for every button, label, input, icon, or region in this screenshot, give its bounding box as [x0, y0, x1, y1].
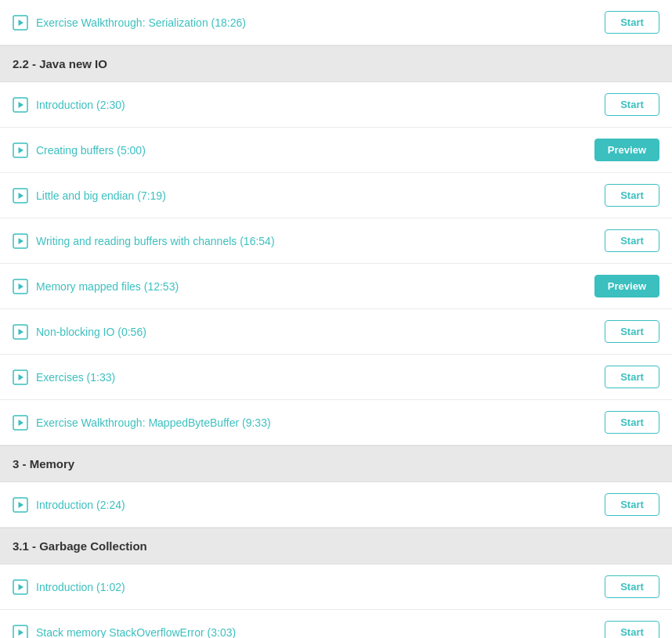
lesson-duration: (2:24) — [96, 499, 125, 511]
start-button[interactable]: Start — [605, 11, 659, 34]
play-icon — [13, 415, 28, 431]
lesson-left: Writing and reading buffers with channel… — [13, 233, 275, 249]
lesson-duration: (5:00) — [117, 144, 146, 157]
lesson-title: Introduction (1:02) — [36, 581, 125, 593]
lesson-title: Stack memory StackOverflowError (3:03) — [36, 626, 236, 639]
lesson-duration: (1:02) — [96, 581, 125, 593]
lesson-duration: (7:19) — [137, 189, 166, 202]
lesson-left: Memory mapped files (12:53) — [13, 279, 179, 294]
lesson-duration: (12:53) — [144, 280, 179, 293]
play-icon — [13, 497, 28, 513]
lesson-title: Exercises (1:33) — [36, 371, 115, 384]
start-button[interactable]: Start — [605, 493, 659, 516]
lesson-row: Introduction (2:30)Start — [0, 82, 672, 128]
play-icon — [13, 324, 28, 340]
lesson-title: Non-blocking IO (0:56) — [36, 326, 146, 338]
lesson-title: Exercise Walkthrough: MappedByteBuffer (… — [36, 416, 271, 429]
lesson-title: Little and big endian (7:19) — [36, 189, 166, 202]
lesson-duration: (1:33) — [87, 371, 116, 384]
lesson-title: Exercise Walkthrough: Serialization (18:… — [36, 16, 246, 29]
lesson-row: Memory mapped files (12:53)Preview — [0, 264, 672, 309]
lesson-title: Creating buffers (5:00) — [36, 144, 146, 157]
lesson-title: Writing and reading buffers with channel… — [36, 235, 275, 247]
lesson-row: Little and big endian (7:19)Start — [0, 173, 672, 218]
start-button[interactable]: Start — [605, 184, 659, 207]
section-header-3.1: 3.1 - Garbage Collection — [0, 528, 672, 564]
svg-marker-1 — [19, 20, 24, 26]
svg-marker-21 — [19, 584, 24, 590]
lesson-row: Stack memory StackOverflowError (3:03)St… — [0, 610, 672, 638]
lesson-left: Exercise Walkthrough: MappedByteBuffer (… — [13, 415, 271, 431]
lesson-title: Introduction (2:30) — [36, 99, 125, 111]
svg-marker-5 — [19, 147, 24, 153]
lesson-row: Creating buffers (5:00)Preview — [0, 128, 672, 173]
lesson-left: Introduction (2:30) — [13, 97, 125, 113]
preview-button[interactable]: Preview — [594, 139, 659, 161]
lesson-row: Introduction (1:02)Start — [0, 564, 672, 610]
lesson-left: Introduction (1:02) — [13, 579, 125, 595]
start-button[interactable]: Start — [605, 366, 659, 388]
start-button[interactable]: Start — [605, 411, 659, 434]
svg-marker-13 — [19, 329, 24, 335]
play-icon — [13, 369, 28, 385]
svg-marker-15 — [19, 374, 24, 380]
svg-marker-3 — [19, 102, 24, 108]
lesson-left: Introduction (2:24) — [13, 497, 125, 513]
lesson-row: Writing and reading buffers with channel… — [0, 218, 672, 264]
play-icon — [13, 579, 28, 595]
lesson-duration: (18:26) — [211, 16, 246, 29]
start-button[interactable]: Start — [605, 320, 659, 343]
lesson-left: Non-blocking IO (0:56) — [13, 324, 146, 340]
play-icon — [13, 233, 28, 249]
play-icon — [13, 97, 28, 113]
lesson-left: Exercises (1:33) — [13, 369, 115, 385]
lesson-duration: (9:33) — [242, 416, 271, 429]
svg-marker-11 — [19, 283, 24, 290]
lesson-title: Memory mapped files (12:53) — [36, 280, 179, 293]
lesson-left: Stack memory StackOverflowError (3:03) — [13, 625, 236, 639]
svg-marker-19 — [19, 502, 24, 508]
svg-marker-17 — [19, 420, 24, 426]
start-button[interactable]: Start — [605, 621, 659, 638]
play-icon — [13, 625, 28, 639]
lesson-row: Introduction (2:24)Start — [0, 482, 672, 528]
section-header-2.2: 2.2 - Java new IO — [0, 45, 672, 82]
play-icon — [13, 15, 28, 31]
lesson-duration: (3:03) — [208, 626, 237, 639]
lesson-title: Introduction (2:24) — [36, 499, 125, 511]
lesson-row: Exercise Walkthrough: MappedByteBuffer (… — [0, 400, 672, 445]
lesson-row: Non-blocking IO (0:56)Start — [0, 309, 672, 355]
lesson-left: Creating buffers (5:00) — [13, 142, 146, 158]
lesson-duration: (0:56) — [117, 326, 146, 338]
preview-button[interactable]: Preview — [594, 275, 659, 297]
lesson-left: Little and big endian (7:19) — [13, 188, 166, 204]
lesson-row: Exercise Walkthrough: Serialization (18:… — [0, 0, 672, 45]
svg-marker-23 — [19, 629, 24, 636]
lesson-left: Exercise Walkthrough: Serialization (18:… — [13, 15, 246, 31]
start-button[interactable]: Start — [605, 229, 659, 252]
lesson-row: Exercises (1:33)Start — [0, 355, 672, 400]
start-button[interactable]: Start — [605, 575, 659, 598]
course-list: Exercise Walkthrough: Serialization (18:… — [0, 0, 672, 638]
start-button[interactable]: Start — [605, 93, 659, 116]
lesson-duration: (2:30) — [96, 99, 125, 111]
svg-marker-7 — [19, 193, 24, 199]
section-header-3: 3 - Memory — [0, 445, 672, 482]
play-icon — [13, 142, 28, 158]
play-icon — [13, 188, 28, 204]
play-icon — [13, 279, 28, 294]
svg-marker-9 — [19, 238, 24, 244]
lesson-duration: (16:54) — [240, 235, 274, 247]
